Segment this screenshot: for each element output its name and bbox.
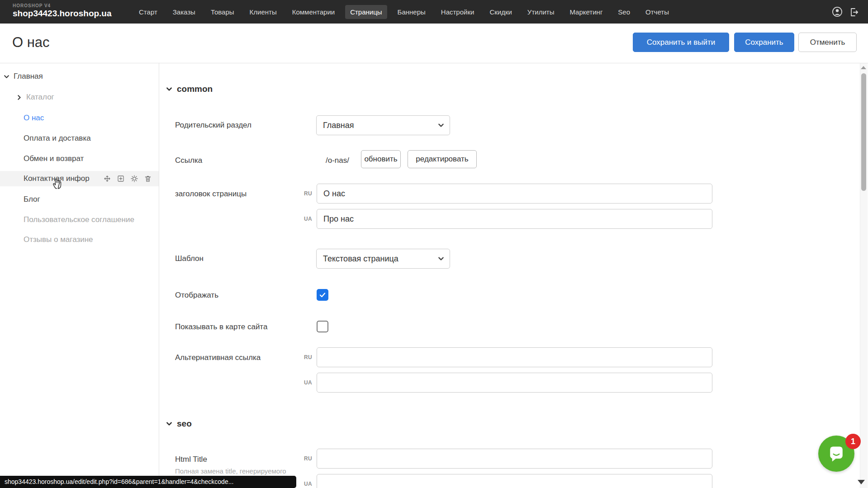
nav-item-settings[interactable]: Настройки xyxy=(436,5,479,19)
lang-badge-ua: UA xyxy=(304,481,312,487)
brand-version-label: HOROSHOP V4 xyxy=(13,3,112,8)
section-title: common xyxy=(177,84,213,94)
gear-icon[interactable] xyxy=(130,175,138,183)
page-title-ru-input[interactable] xyxy=(317,184,712,204)
chat-bubble-icon xyxy=(826,444,846,464)
nav-item-seo[interactable]: Seo xyxy=(613,5,635,19)
section-title: seo xyxy=(177,419,192,429)
display-label: Отображать xyxy=(175,289,218,302)
nav-item-pages[interactable]: Страницы xyxy=(345,5,387,19)
nav-item-marketing[interactable]: Маркетинг xyxy=(564,5,607,19)
lang-badge-ru: RU xyxy=(304,354,312,360)
chevron-down-icon xyxy=(438,256,444,262)
html-title-ua-input[interactable] xyxy=(317,474,712,488)
sitemap-checkbox[interactable] xyxy=(317,321,328,332)
nav-item-clients[interactable]: Клиенты xyxy=(245,5,282,19)
chevron-down-icon[interactable] xyxy=(4,74,9,80)
sidebar-item-user-agreement[interactable]: Пользовательское соглашение xyxy=(24,212,134,227)
lang-badge-ua: UA xyxy=(304,216,312,222)
user-account-icon[interactable] xyxy=(831,6,843,18)
nav-item-orders[interactable]: Заказы xyxy=(168,5,200,19)
sidebar-item-label: О нас xyxy=(24,110,44,126)
sidebar-item-actions xyxy=(103,175,152,183)
page-title: О нас xyxy=(12,34,50,51)
link-edit-button[interactable]: редактировать xyxy=(408,150,477,168)
sitemap-label: Показывать в карте сайта xyxy=(175,321,267,333)
alt-link-ua-input[interactable] xyxy=(317,373,712,393)
header-divider xyxy=(0,63,868,63)
page-title-field-label: заголовок страницы xyxy=(175,188,247,200)
sidebar-item-label: Обмен и возврат xyxy=(24,151,84,166)
cancel-button[interactable]: Отменить xyxy=(798,33,857,52)
logout-icon[interactable] xyxy=(849,7,859,18)
html-title-label: Html Title xyxy=(175,453,207,466)
alt-link-label: Альтернативная ссылка xyxy=(175,351,261,364)
html-title-hint: Полная замена title, генерируемого xyxy=(175,467,286,476)
display-checkbox[interactable] xyxy=(317,289,328,301)
page: HOROSHOP V4 shop34423.horoshop.ua Старт … xyxy=(0,0,868,488)
sidebar-item-label: Главная xyxy=(14,69,43,84)
check-icon xyxy=(319,291,326,298)
sidebar-item-label: Блог xyxy=(24,192,40,207)
lang-badge-ru: RU xyxy=(304,455,312,462)
chevron-down-icon xyxy=(438,122,444,128)
nav-item-discounts[interactable]: Скидки xyxy=(484,5,517,19)
sidebar-item-store-reviews[interactable]: Отзывы о магазине xyxy=(24,232,93,247)
save-button[interactable]: Сохранить xyxy=(734,33,794,52)
sidebar-item-label: Оплата и доставка xyxy=(24,131,91,146)
cursor-hand-icon xyxy=(51,176,64,190)
nav-item-banners[interactable]: Баннеры xyxy=(393,5,431,19)
sidebar-item-about[interactable]: О нас xyxy=(24,110,44,126)
lang-badge-ru: RU xyxy=(304,190,312,197)
scrollbar-down-arrow-icon[interactable] xyxy=(858,480,865,484)
sidebar-item-label: Отзывы о магазине xyxy=(24,232,93,247)
scrollbar-up-arrow-icon[interactable] xyxy=(861,66,866,69)
chevron-down-icon xyxy=(166,421,172,427)
sidebar-item-catalog[interactable]: Каталог xyxy=(16,90,54,105)
trash-icon[interactable] xyxy=(144,175,152,183)
template-select[interactable]: Текстовая страница xyxy=(316,249,450,269)
template-label: Шаблон xyxy=(175,252,204,265)
chevron-down-icon xyxy=(166,86,172,92)
nav-item-products[interactable]: Товары xyxy=(206,5,239,19)
parent-section-label: Родительский раздел xyxy=(175,119,251,132)
section-common[interactable]: common xyxy=(166,84,213,94)
topbar-brand: HOROSHOP V4 shop34423.horoshop.ua xyxy=(13,3,112,19)
sidebar-item-exchange-return[interactable]: Обмен и возврат xyxy=(24,151,84,166)
sidebar-divider xyxy=(159,63,159,488)
scrollbar-thumb[interactable] xyxy=(861,73,866,191)
chevron-right-icon[interactable] xyxy=(16,95,22,100)
parent-section-select[interactable]: Главная xyxy=(316,115,450,135)
main-nav: Старт Заказы Товары Клиенты Комментарии … xyxy=(134,0,674,24)
nav-item-reports[interactable]: Отчеты xyxy=(640,5,674,19)
sidebar-item-home[interactable]: Главная xyxy=(4,69,43,84)
template-value: Текстовая страница xyxy=(323,254,398,264)
sidebar-item-payment-delivery[interactable]: Оплата и доставка xyxy=(24,131,91,146)
parent-section-value: Главная xyxy=(323,121,354,130)
link-refresh-button[interactable]: обновить xyxy=(361,150,401,168)
move-icon[interactable] xyxy=(103,175,111,183)
html-title-ru-input[interactable] xyxy=(317,449,712,469)
brand-domain: shop34423.horoshop.ua xyxy=(13,9,112,19)
link-path: /o-nas/ xyxy=(326,154,349,167)
section-seo[interactable]: seo xyxy=(166,419,192,429)
link-label: Ссылка xyxy=(175,154,202,167)
nav-item-comments[interactable]: Комментарии xyxy=(287,5,340,19)
chat-unread-badge: 1 xyxy=(845,434,861,449)
lang-badge-ua: UA xyxy=(304,379,312,386)
save-and-exit-button[interactable]: Сохранить и выйти xyxy=(633,33,729,52)
sidebar-item-blog[interactable]: Блог xyxy=(24,192,40,207)
nav-item-start[interactable]: Старт xyxy=(134,5,162,19)
topbar: HOROSHOP V4 shop34423.horoshop.ua Старт … xyxy=(0,0,868,24)
sidebar-item-label: Пользовательское соглашение xyxy=(24,212,134,227)
sidebar-item-label: Каталог xyxy=(26,90,54,105)
page-title-ua-input[interactable] xyxy=(317,209,712,229)
nav-item-utilities[interactable]: Утилиты xyxy=(522,5,560,19)
add-icon[interactable] xyxy=(117,175,125,183)
alt-link-ru-input[interactable] xyxy=(317,347,712,367)
status-url-bar: shop34423.horoshop.ua/edit/edit.php?id=6… xyxy=(0,476,296,488)
